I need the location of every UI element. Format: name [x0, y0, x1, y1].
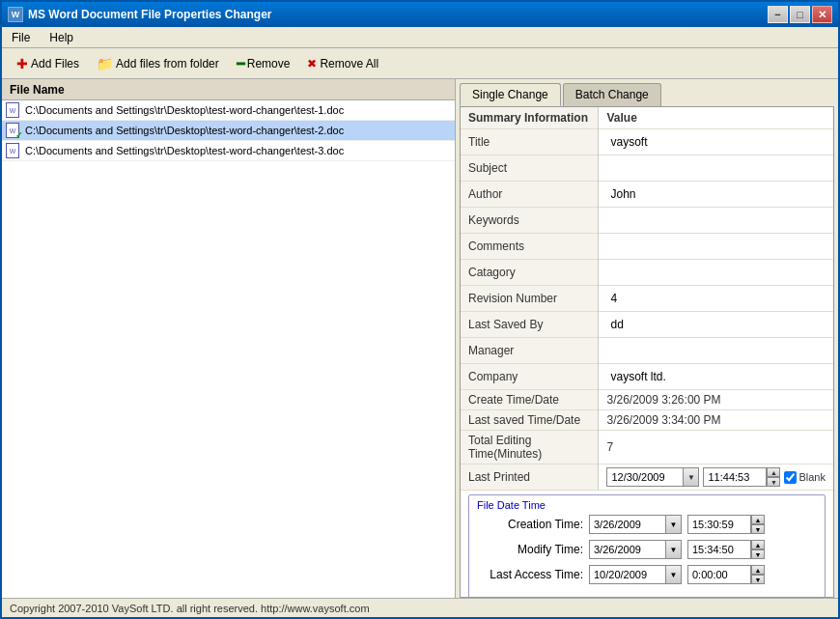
- prop-label-subject: Subject: [461, 155, 599, 182]
- modify-spin-up[interactable]: ▲: [751, 540, 765, 549]
- last-printed-time-input[interactable]: [703, 467, 767, 487]
- file-path-2: C:\Documents and Settings\tr\Desktop\tes…: [25, 125, 344, 136]
- prop-label-editingtime: Total Editing Time(Minutes): [461, 431, 599, 464]
- creation-date-combo: ▼: [589, 515, 682, 534]
- creation-spin-down[interactable]: ▼: [751, 524, 765, 534]
- prop-label-lastprinted: Last Printed: [461, 464, 599, 491]
- maximize-button[interactable]: □: [790, 6, 810, 23]
- main-content: File Name W C:\Documents and Settings\tr…: [2, 79, 838, 598]
- creation-time-row: Creation Time: ▼ ▲ ▼: [477, 515, 817, 534]
- status-bar: Copyright 2007-2010 VaySoft LTD. all rig…: [2, 598, 838, 617]
- minimize-button[interactable]: −: [768, 6, 788, 23]
- add-from-folder-button[interactable]: 📁 Add files from folder: [90, 53, 226, 74]
- creation-spin-up[interactable]: ▲: [751, 515, 765, 524]
- prop-value-revision[interactable]: [599, 286, 833, 312]
- prop-value-author[interactable]: [599, 182, 833, 208]
- add-files-icon: ✚: [16, 56, 28, 71]
- file-list[interactable]: W C:\Documents and Settings\tr\Desktop\t…: [2, 100, 455, 598]
- prop-label-lastsaved: Last Saved By: [461, 312, 599, 338]
- last-access-date-input[interactable]: [589, 565, 666, 584]
- prop-label-revision: Revision Number: [461, 286, 599, 312]
- last-access-date-dropdown[interactable]: ▼: [666, 565, 682, 584]
- props-panel: Single Change Batch Change Summary Infor…: [456, 79, 838, 598]
- prop-label-title: Title: [461, 129, 599, 155]
- modify-time-row: Modify Time: ▼ ▲ ▼: [477, 540, 817, 559]
- last-access-spin-down[interactable]: ▼: [751, 575, 765, 584]
- prop-value-subject[interactable]: [599, 155, 833, 182]
- creation-date-input[interactable]: [589, 515, 666, 534]
- last-printed-time-combo: ▲ ▼: [703, 467, 780, 487]
- list-item[interactable]: W C:\Documents and Settings\tr\Desktop\t…: [2, 141, 455, 161]
- tab-single-change[interactable]: Single Change: [460, 83, 561, 106]
- modify-time-input[interactable]: [687, 540, 751, 559]
- prop-value-lastsaved[interactable]: [599, 312, 833, 338]
- list-item[interactable]: W ✓ C:\Documents and Settings\tr\Desktop…: [2, 121, 455, 141]
- toolbar: ✚ Add Files 📁 Add files from folder ━ Re…: [2, 48, 838, 79]
- prop-value-catagory[interactable]: [599, 260, 833, 286]
- prop-value-comments[interactable]: [599, 234, 833, 260]
- table-row: Total Editing Time(Minutes) 7: [461, 431, 833, 464]
- file-icon-1: W: [6, 102, 21, 118]
- doc-icon: W: [6, 143, 19, 158]
- table-row: Keywords: [461, 208, 833, 234]
- main-window: W MS Word Document File Properties Chang…: [0, 0, 840, 619]
- last-access-time-input[interactable]: [687, 565, 751, 584]
- doc-icon: W: [6, 102, 19, 118]
- col-summary-header: Summary Information: [461, 107, 599, 129]
- last-access-spin-up[interactable]: ▲: [751, 565, 765, 575]
- tab-batch-change[interactable]: Batch Change: [563, 83, 661, 106]
- remove-all-button[interactable]: ✖ Remove All: [300, 54, 385, 73]
- modify-date-dropdown[interactable]: ▼: [666, 540, 682, 559]
- menu-bar: File Help: [2, 27, 838, 48]
- table-row: Create Time/Date 3/26/2009 3:26:00 PM: [461, 390, 833, 410]
- table-row: Comments: [461, 234, 833, 260]
- window-close-button[interactable]: ✕: [812, 6, 832, 23]
- prop-value-lastprinted: ▼ ▲ ▼: [599, 464, 833, 491]
- time-spin-down[interactable]: ▼: [767, 477, 780, 487]
- tab-content: Summary Information Value Title Subject: [460, 106, 834, 598]
- remove-button[interactable]: ━ Remove: [230, 53, 297, 74]
- last-access-date-combo: ▼: [589, 565, 682, 584]
- prop-value-manager[interactable]: [599, 338, 833, 364]
- blank-checkbox-wrapper: Blank: [784, 471, 826, 484]
- add-files-button[interactable]: ✚ Add Files: [10, 53, 86, 74]
- prop-value-company[interactable]: [599, 364, 833, 390]
- status-text: Copyright 2007-2010 VaySoft LTD. all rig…: [10, 603, 370, 614]
- add-folder-label: Add files from folder: [116, 57, 219, 70]
- app-icon: W: [8, 7, 23, 22]
- prop-value-title[interactable]: [599, 129, 833, 155]
- blank-label: Blank: [798, 471, 826, 483]
- folder-icon: 📁: [97, 56, 113, 71]
- file-path-3: C:\Documents and Settings\tr\Desktop\tes…: [25, 145, 344, 156]
- table-row: Company: [461, 364, 833, 390]
- last-printed-date-input[interactable]: [606, 467, 684, 487]
- prop-label-manager: Manager: [461, 338, 599, 364]
- file-date-section-title: File Date Time: [477, 499, 817, 511]
- creation-date-dropdown[interactable]: ▼: [666, 515, 682, 534]
- table-row: Title: [461, 129, 833, 155]
- table-row: Last saved Time/Date 3/26/2009 3:34:00 P…: [461, 410, 833, 431]
- modify-date-input[interactable]: [589, 540, 666, 559]
- list-item[interactable]: W C:\Documents and Settings\tr\Desktop\t…: [2, 100, 455, 121]
- prop-value-editingtime: 7: [599, 431, 833, 464]
- creation-time-input[interactable]: [687, 515, 751, 534]
- table-row: Author: [461, 182, 833, 208]
- properties-table: Summary Information Value Title Subject: [461, 107, 833, 491]
- last-access-time-spinbox: ▲ ▼: [687, 565, 765, 584]
- time-spin-up[interactable]: ▲: [767, 467, 780, 477]
- prop-value-keywords[interactable]: [599, 208, 833, 234]
- file-name-column-header: File Name: [10, 83, 65, 97]
- check-overlay-icon: ✓: [15, 131, 23, 140]
- modify-time-label: Modify Time:: [477, 543, 583, 556]
- table-row: Last Saved By: [461, 312, 833, 338]
- last-printed-date-dropdown[interactable]: ▼: [684, 467, 699, 487]
- modify-spin-down[interactable]: ▼: [751, 549, 765, 559]
- window-title: MS Word Document File Properties Changer: [28, 8, 271, 21]
- title-bar: W MS Word Document File Properties Chang…: [2, 2, 838, 27]
- prop-value-createtime: 3/26/2009 3:26:00 PM: [599, 390, 833, 410]
- menu-file[interactable]: File: [6, 29, 36, 46]
- blank-checkbox[interactable]: [784, 471, 797, 484]
- menu-help[interactable]: Help: [43, 29, 79, 46]
- table-row: Manager: [461, 338, 833, 364]
- file-icon-3: W: [6, 143, 21, 158]
